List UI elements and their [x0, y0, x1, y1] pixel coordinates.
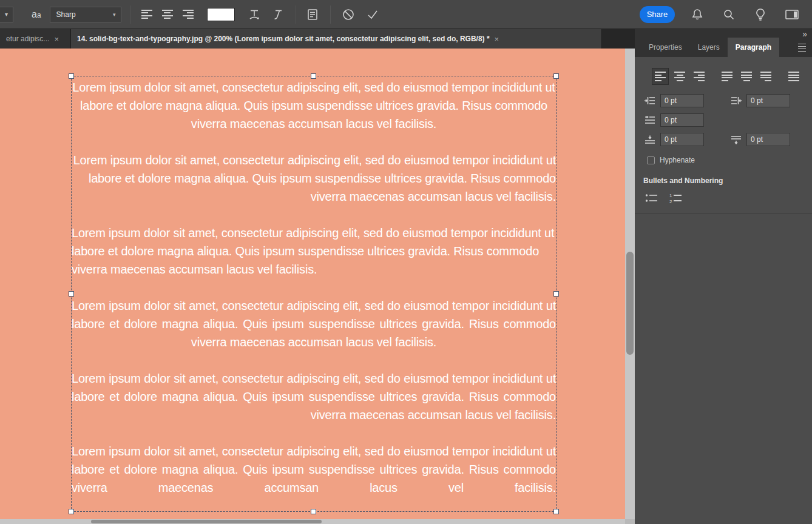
vertical-scrollbar[interactable]	[625, 49, 635, 519]
indent-right-icon	[731, 96, 742, 106]
transform-handle-bottom-right[interactable]	[553, 509, 559, 514]
justify-all-icon	[788, 72, 799, 81]
document-tab-active[interactable]: 14. solid-bg-text-and-typography.jpg @ 2…	[71, 29, 602, 49]
tab-paragraph[interactable]: Paragraph	[728, 38, 779, 57]
font-size-dropdown-chevron[interactable]: ▾	[0, 7, 13, 22]
toggle-panels-button[interactable]	[303, 7, 322, 22]
align-right-button[interactable]	[691, 68, 708, 85]
panel-tab-row: Properties Layers Paragraph	[641, 38, 779, 57]
first-line-indent-row	[635, 113, 812, 128]
canvas[interactable]: Lorem ipsum dolor sit amet, consectetur …	[0, 49, 625, 519]
document-tab-title: etur adipisc...	[6, 35, 49, 43]
warp-text-icon	[248, 8, 262, 21]
text-layer: Lorem ipsum dolor sit amet, consectetur …	[72, 78, 556, 515]
alignment-group	[652, 68, 708, 85]
hyphenate-checkbox[interactable]	[647, 156, 655, 164]
justify-last-left-icon	[722, 72, 732, 81]
numbered-list-icon: 1 2	[669, 193, 683, 204]
document-tab-bar: etur adipisc... × 14. solid-bg-text-and-…	[0, 29, 635, 49]
bell-icon	[691, 8, 704, 21]
document-tab-title: 14. solid-bg-text-and-typography.jpg @ 2…	[77, 35, 490, 43]
document-tab-inactive[interactable]: etur adipisc... ×	[0, 29, 71, 49]
search-button[interactable]	[720, 7, 738, 22]
align-center-icon	[674, 72, 685, 81]
share-button[interactable]: Share	[640, 6, 675, 23]
commit-edits-button[interactable]	[364, 7, 382, 22]
numbered-list-button[interactable]: 1 2	[668, 191, 685, 206]
workspace-button[interactable]	[783, 7, 801, 22]
transform-handle-bottom-center[interactable]	[311, 509, 316, 514]
canvas-paragraph[interactable]: Lorem ipsum dolor sit amet, consectetur …	[72, 297, 556, 351]
justify-all-group	[785, 68, 802, 85]
vertical-scrollbar-thumb[interactable]	[626, 252, 634, 355]
panel-dock: » Properties Layers Paragraph	[635, 29, 812, 524]
tab-layers[interactable]: Layers	[690, 38, 728, 57]
toolbar-right-cluster: Share	[640, 6, 812, 23]
horizontal-scrollbar-thumb[interactable]	[91, 520, 322, 523]
panel-overflow-chevrons[interactable]: »	[802, 29, 807, 39]
panel-menu-icon[interactable]	[798, 44, 806, 52]
bullets-numbering-heading: Bullets and Numbering	[643, 176, 723, 185]
close-icon[interactable]: ×	[54, 35, 59, 44]
justify-all-button[interactable]	[785, 68, 802, 85]
panel-divider	[635, 213, 812, 214]
space-before-input[interactable]	[660, 133, 704, 146]
document-area: Lorem ipsum dolor sit amet, consectetur …	[0, 49, 635, 524]
align-left-button[interactable]	[652, 68, 669, 85]
svg-text:1: 1	[669, 193, 672, 198]
tab-properties[interactable]: Properties	[641, 38, 690, 57]
horizontal-scrollbar[interactable]	[0, 519, 625, 524]
close-icon[interactable]: ×	[495, 35, 499, 44]
space-after-input[interactable]	[746, 133, 790, 146]
canvas-paragraph[interactable]: Lorem ipsum dolor sit amet, consectetur …	[72, 78, 556, 133]
transform-handle-bottom-left[interactable]	[69, 509, 74, 514]
justify-last-right-button[interactable]	[757, 68, 774, 85]
align-center-button[interactable]	[671, 68, 688, 85]
canvas-paragraph[interactable]: Lorem ipsum dolor sit amet, consectetur …	[72, 442, 556, 497]
text-orientation-button[interactable]	[269, 7, 287, 22]
search-icon	[722, 8, 736, 21]
warp-text-button[interactable]	[246, 7, 264, 22]
panel-header: » Properties Layers Paragraph	[635, 29, 812, 57]
align-left-button[interactable]	[138, 7, 156, 22]
text-color-swatch[interactable]	[207, 8, 235, 21]
paragraph-panel: Hyphenate Bullets and Numbering 1 2	[635, 57, 812, 524]
canvas-paragraph[interactable]: Lorem ipsum dolor sit amet, consectetur …	[72, 369, 556, 424]
indent-right-input[interactable]	[746, 94, 790, 107]
cancel-edits-button[interactable]	[339, 7, 357, 22]
bulleted-list-button[interactable]	[643, 191, 660, 206]
canvas-paragraph[interactable]: Lorem ipsum dolor sit amet, consectetur …	[72, 224, 556, 278]
chevron-down-icon: ▾	[113, 12, 116, 18]
separator	[130, 5, 130, 24]
text-bounding-box[interactable]: Lorem ipsum dolor sit amet, consectetur …	[71, 76, 557, 512]
text-orientation-icon	[271, 8, 285, 21]
anti-alias-dropdown[interactable]: Sharp ▾	[50, 7, 121, 22]
canvas-paragraph[interactable]: Lorem ipsum dolor sit amet, consectetur …	[72, 151, 556, 206]
svg-text:2: 2	[669, 199, 672, 204]
first-line-indent-input[interactable]	[660, 113, 704, 127]
notifications-button[interactable]	[688, 7, 706, 22]
align-center-button[interactable]	[158, 7, 177, 22]
indent-left-input[interactable]	[660, 94, 704, 107]
indent-row	[635, 94, 812, 109]
transform-handle-mid-left[interactable]	[69, 291, 74, 297]
cancel-icon	[342, 8, 355, 21]
justify-group	[719, 68, 774, 85]
justify-last-left-button[interactable]	[719, 68, 736, 85]
align-right-icon	[694, 72, 705, 81]
align-right-button[interactable]	[179, 7, 197, 22]
align-left-icon	[141, 10, 152, 19]
transform-handle-top-right[interactable]	[553, 73, 559, 79]
transform-handle-mid-right[interactable]	[553, 291, 559, 297]
align-center-icon	[162, 10, 173, 19]
justify-last-center-button[interactable]	[738, 68, 755, 85]
transform-handle-top-left[interactable]	[69, 73, 74, 79]
transform-handle-top-center[interactable]	[311, 73, 316, 79]
scrollbar-corner	[625, 519, 635, 524]
align-left-icon	[655, 72, 666, 81]
checkmark-icon	[366, 8, 379, 21]
panel-toggle-icon	[306, 8, 319, 21]
paragraph-alignment-row	[652, 68, 802, 85]
discover-button[interactable]	[751, 7, 770, 22]
bullets-numbering-row: 1 2	[643, 191, 685, 206]
